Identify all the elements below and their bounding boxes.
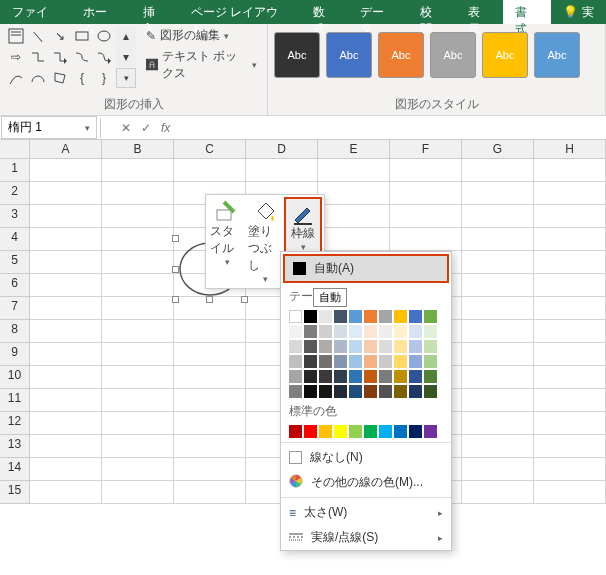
brace-shape-icon[interactable]: { bbox=[72, 68, 92, 88]
cell[interactable] bbox=[390, 182, 462, 205]
color-swatch[interactable] bbox=[289, 340, 302, 353]
line-arrow-shape-icon[interactable]: ↘ bbox=[50, 26, 70, 46]
cell[interactable] bbox=[462, 182, 534, 205]
cell[interactable] bbox=[102, 366, 174, 389]
cell[interactable] bbox=[174, 412, 246, 435]
color-swatch[interactable] bbox=[379, 325, 392, 338]
row-header[interactable]: 13 bbox=[0, 435, 30, 458]
cell[interactable] bbox=[174, 159, 246, 182]
cell[interactable] bbox=[462, 228, 534, 251]
tab-file[interactable]: ファイル bbox=[0, 0, 71, 24]
color-swatch[interactable] bbox=[409, 340, 422, 353]
color-swatch[interactable] bbox=[349, 325, 362, 338]
color-swatch[interactable] bbox=[334, 310, 347, 323]
cell[interactable] bbox=[462, 251, 534, 274]
color-swatch[interactable] bbox=[349, 355, 362, 368]
color-swatch[interactable] bbox=[379, 355, 392, 368]
tab-home[interactable]: ホーム bbox=[71, 0, 131, 24]
cell[interactable] bbox=[30, 228, 102, 251]
cell[interactable] bbox=[318, 182, 390, 205]
cell[interactable] bbox=[30, 182, 102, 205]
cell[interactable] bbox=[102, 297, 174, 320]
color-swatch[interactable] bbox=[334, 425, 347, 438]
color-swatch[interactable] bbox=[409, 355, 422, 368]
cell[interactable] bbox=[30, 320, 102, 343]
row-header[interactable]: 3 bbox=[0, 205, 30, 228]
cell[interactable] bbox=[534, 366, 606, 389]
color-swatch[interactable] bbox=[289, 355, 302, 368]
color-swatch[interactable] bbox=[364, 385, 377, 398]
color-swatch[interactable] bbox=[394, 325, 407, 338]
color-swatch[interactable] bbox=[319, 385, 332, 398]
arrow-shape-icon[interactable]: ⇨ bbox=[6, 47, 26, 67]
column-header[interactable]: D bbox=[246, 140, 318, 159]
cell[interactable] bbox=[390, 228, 462, 251]
cell[interactable] bbox=[534, 251, 606, 274]
column-header[interactable]: C bbox=[174, 140, 246, 159]
color-swatch[interactable] bbox=[394, 310, 407, 323]
cell[interactable] bbox=[390, 159, 462, 182]
cell[interactable] bbox=[30, 435, 102, 458]
row-header[interactable]: 8 bbox=[0, 320, 30, 343]
column-header[interactable]: E bbox=[318, 140, 390, 159]
color-swatch[interactable] bbox=[424, 370, 437, 383]
color-swatch[interactable] bbox=[424, 425, 437, 438]
color-swatch[interactable] bbox=[304, 310, 317, 323]
dashes-item[interactable]: 実線/点線(S) ▸ bbox=[281, 525, 451, 550]
column-header[interactable]: B bbox=[102, 140, 174, 159]
color-swatch[interactable] bbox=[424, 340, 437, 353]
color-swatch[interactable] bbox=[424, 385, 437, 398]
color-swatch[interactable] bbox=[394, 355, 407, 368]
color-swatch[interactable] bbox=[424, 325, 437, 338]
more-colors-item[interactable]: その他の線の色(M)... bbox=[281, 470, 451, 495]
cell[interactable] bbox=[390, 205, 462, 228]
curved-connector-shape-icon[interactable] bbox=[72, 47, 92, 67]
arc-shape-icon[interactable] bbox=[28, 68, 48, 88]
row-header[interactable]: 1 bbox=[0, 159, 30, 182]
color-swatch[interactable] bbox=[364, 370, 377, 383]
color-swatch[interactable] bbox=[289, 425, 302, 438]
shapes-gallery[interactable]: ⇨ ＼ ↘ { bbox=[6, 26, 136, 94]
tab-insert[interactable]: 挿入 bbox=[131, 0, 179, 24]
row-header[interactable]: 12 bbox=[0, 412, 30, 435]
shape-styles-gallery[interactable]: AbcAbcAbcAbcAbcAbc bbox=[274, 26, 599, 78]
row-header[interactable]: 2 bbox=[0, 182, 30, 205]
color-swatch[interactable] bbox=[409, 310, 422, 323]
cell[interactable] bbox=[462, 481, 534, 504]
color-swatch[interactable] bbox=[289, 385, 302, 398]
oval-shape-icon[interactable] bbox=[94, 26, 114, 46]
cell[interactable] bbox=[30, 481, 102, 504]
cell[interactable] bbox=[534, 458, 606, 481]
color-swatch[interactable] bbox=[304, 325, 317, 338]
cell[interactable] bbox=[462, 435, 534, 458]
cell[interactable] bbox=[102, 389, 174, 412]
cell[interactable] bbox=[102, 159, 174, 182]
color-swatch[interactable] bbox=[334, 355, 347, 368]
cell[interactable] bbox=[534, 343, 606, 366]
mini-style-button[interactable]: スタイル▾ bbox=[208, 197, 246, 286]
color-swatch[interactable] bbox=[349, 310, 362, 323]
color-swatch[interactable] bbox=[289, 325, 302, 338]
color-swatch[interactable] bbox=[319, 340, 332, 353]
cell[interactable] bbox=[462, 159, 534, 182]
color-swatch[interactable] bbox=[379, 310, 392, 323]
color-swatch[interactable] bbox=[379, 370, 392, 383]
cell[interactable] bbox=[30, 297, 102, 320]
cancel-icon[interactable]: ✕ bbox=[121, 121, 131, 135]
tab-format[interactable]: 書式 bbox=[503, 0, 551, 24]
cell[interactable] bbox=[534, 274, 606, 297]
row-header[interactable]: 9 bbox=[0, 343, 30, 366]
color-swatch[interactable] bbox=[394, 385, 407, 398]
cell[interactable] bbox=[174, 366, 246, 389]
color-swatch[interactable] bbox=[364, 425, 377, 438]
color-swatch[interactable] bbox=[409, 425, 422, 438]
tab-formulas[interactable]: 数式 bbox=[301, 0, 349, 24]
color-swatch[interactable] bbox=[304, 425, 317, 438]
brace-right-shape-icon[interactable]: } bbox=[94, 68, 114, 88]
text-box-button[interactable]: 🅰テキスト ボックス▾ bbox=[142, 47, 261, 83]
color-swatch[interactable] bbox=[379, 425, 392, 438]
cell[interactable] bbox=[462, 366, 534, 389]
cell[interactable] bbox=[462, 458, 534, 481]
color-swatch[interactable] bbox=[319, 310, 332, 323]
color-swatch[interactable] bbox=[364, 325, 377, 338]
